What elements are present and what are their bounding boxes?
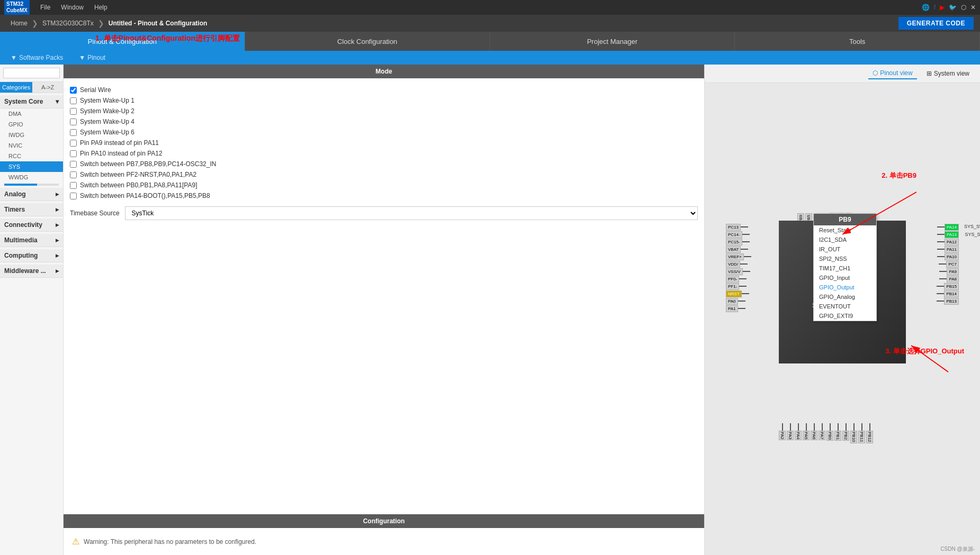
checkbox-wake-up-4-input[interactable] bbox=[70, 119, 77, 125]
search-input[interactable] bbox=[3, 68, 60, 78]
breadcrumb-chip[interactable]: STM32G030C8Tx bbox=[38, 20, 98, 27]
right-pin-pa14[interactable]: PA14 bbox=[937, 224, 959, 231]
pinout-view-button[interactable]: ⬡ Pinout view bbox=[868, 68, 916, 79]
sidebar-item-rcc[interactable]: RCC bbox=[0, 151, 63, 161]
checkbox-wake-up-6-input[interactable] bbox=[70, 129, 77, 136]
checkbox-serial-wire-input[interactable] bbox=[70, 87, 77, 94]
context-menu-gpio-exti9[interactable]: GPIO_EXTI9 bbox=[814, 311, 876, 321]
context-menu-spi2-nss[interactable]: SPI2_NSS bbox=[814, 254, 876, 263]
bot-pin-pa6-line bbox=[814, 423, 815, 431]
checkbox-wake-up-1-input[interactable] bbox=[70, 97, 77, 104]
sidebar-item-gpio[interactable]: GPIO bbox=[0, 119, 63, 130]
left-pin-pc15[interactable]: PC15- bbox=[726, 239, 751, 245]
context-menu-tim17-ch1[interactable]: TIM17_CH1 bbox=[814, 263, 876, 273]
bot-pin-pb10[interactable]: PB10 bbox=[850, 423, 857, 443]
bot-pin-pb1[interactable]: PB1 bbox=[834, 423, 841, 443]
left-pin-pc15-label: PC15- bbox=[726, 239, 742, 245]
tab-tools[interactable]: Tools bbox=[735, 32, 980, 51]
timebase-select[interactable]: SysTick bbox=[125, 206, 698, 220]
sidebar-item-iwdg[interactable]: IWDG bbox=[0, 130, 63, 140]
bot-pin-pb12[interactable]: PB12 bbox=[866, 423, 873, 443]
checkbox-pa9-pa11-input[interactable] bbox=[70, 140, 77, 147]
breadcrumb-sep-1: ❯ bbox=[32, 19, 38, 28]
right-pin-pa10[interactable]: PA10 bbox=[937, 253, 959, 260]
left-pin-pc14[interactable]: PC14- bbox=[726, 231, 751, 238]
context-menu-gpio-input[interactable]: GPIO_Input bbox=[814, 273, 876, 283]
bot-pin-pb11[interactable]: PB11 bbox=[858, 423, 865, 443]
sidebar-progress-bar bbox=[4, 184, 59, 186]
right-pin-pb13[interactable]: PB13 bbox=[937, 298, 959, 305]
left-pin-vbat[interactable]: VBAT bbox=[726, 246, 751, 253]
bot-pin-pa5[interactable]: PA5 bbox=[803, 423, 810, 443]
filter-az[interactable]: A->Z bbox=[32, 82, 63, 93]
sidebar-item-sys[interactable]: SYS bbox=[0, 161, 63, 172]
sidebar-group-multimedia-header[interactable]: Multimedia ▸ bbox=[0, 234, 63, 247]
left-pin-pf0[interactable]: PF0- bbox=[726, 276, 751, 283]
sidebar-group-connectivity-header[interactable]: Connectivity ▸ bbox=[0, 219, 63, 232]
right-pin-pa12[interactable]: PA12 bbox=[937, 239, 959, 245]
bot-pin-pa3[interactable]: PA3 bbox=[787, 423, 794, 443]
twitter-icon: 🐦 bbox=[949, 4, 957, 11]
right-pin-pb15[interactable]: PB15 bbox=[937, 283, 959, 290]
breadcrumb-project[interactable]: Untitled - Pinout & Configuration bbox=[104, 20, 212, 27]
right-pin-pa8[interactable]: PA8 bbox=[937, 276, 959, 283]
tab-project[interactable]: Project Manager bbox=[490, 32, 735, 51]
bot-pin-pb0[interactable]: PB0 bbox=[826, 423, 833, 443]
menu-file[interactable]: File bbox=[40, 4, 50, 11]
sidebar-group-timers-header[interactable]: Timers ▸ bbox=[0, 203, 63, 216]
context-menu-eventout[interactable]: EVENTOUT bbox=[814, 302, 876, 311]
checkbox-pa10-pa12-input[interactable] bbox=[70, 150, 77, 157]
left-pin-vdd[interactable]: VDD/ bbox=[726, 261, 751, 268]
checkbox-pb7-switch-input[interactable] bbox=[70, 161, 77, 168]
checkbox-wake-up-6: System Wake-Up 6 bbox=[70, 127, 698, 138]
generate-code-button[interactable]: GENERATE CODE bbox=[898, 17, 974, 30]
menu-help[interactable]: Help bbox=[94, 4, 107, 11]
sidebar-item-nvic[interactable]: NVIC bbox=[0, 140, 63, 151]
right-pin-pa13[interactable]: PA13 bbox=[937, 231, 959, 238]
bot-pin-pa6[interactable]: PA6 bbox=[811, 423, 817, 443]
chevron-multimedia-icon: ▸ bbox=[56, 236, 59, 244]
sidebar-item-wwdg[interactable]: WWDG bbox=[0, 172, 63, 183]
context-menu-reset-state[interactable]: Reset_State bbox=[814, 225, 876, 235]
checkbox-wake-up-1-label: System Wake-Up 1 bbox=[80, 97, 134, 104]
left-pin-pa0[interactable]: PA0 bbox=[726, 298, 751, 305]
sub-tab-software[interactable]: ▼ Software Packs bbox=[11, 54, 63, 61]
context-menu-gpio-analog[interactable]: GPIO_Analog bbox=[814, 292, 876, 302]
right-pin-pc7[interactable]: PC7 bbox=[937, 261, 959, 268]
filter-categories[interactable]: Categories bbox=[0, 82, 32, 93]
tab-clock[interactable]: Clock Configuration bbox=[245, 32, 490, 51]
context-menu-ir-out[interactable]: IR_OUT bbox=[814, 244, 876, 254]
left-pin-nrst[interactable]: NRST bbox=[726, 290, 751, 297]
right-pin-pa9[interactable]: PA9 bbox=[937, 268, 959, 275]
sidebar-group-system-core-header[interactable]: System Core ▾ bbox=[0, 95, 63, 108]
sidebar-item-dma[interactable]: DMA bbox=[0, 108, 63, 119]
checkbox-wake-up-2-input[interactable] bbox=[70, 108, 77, 115]
checkbox-pb0-switch-input[interactable] bbox=[70, 182, 77, 189]
breadcrumb-home[interactable]: Home bbox=[6, 20, 32, 27]
context-menu-gpio-output[interactable]: GPIO_Output bbox=[814, 283, 876, 292]
left-pin-pc13[interactable]: PC13 bbox=[726, 224, 751, 231]
bot-pin-pa7[interactable]: PA7 bbox=[819, 423, 825, 443]
sub-tab-software-label: Software Packs bbox=[19, 54, 63, 61]
bot-pin-pa2[interactable]: PA2 bbox=[779, 423, 786, 443]
checkbox-pf2-switch-input[interactable] bbox=[70, 171, 77, 178]
sidebar-group-analog-header[interactable]: Analog ▸ bbox=[0, 188, 63, 201]
sidebar-group-middleware-header[interactable]: Middleware ... ▸ bbox=[0, 265, 63, 278]
left-pin-vss[interactable]: VSS/V bbox=[726, 268, 751, 275]
tab-pinout[interactable]: Pinout & Configuration bbox=[0, 32, 245, 51]
sidebar-group-computing-header[interactable]: Computing ▸ bbox=[0, 249, 63, 262]
bot-pin-pa4[interactable]: PA4 bbox=[795, 423, 802, 443]
close-icon[interactable]: ✕ bbox=[970, 4, 976, 11]
right-pin-pa11[interactable]: PA11 bbox=[937, 246, 959, 253]
context-menu-i2c1-sda[interactable]: I2C1_SDA bbox=[814, 235, 876, 244]
right-pin-pb14[interactable]: PB14 bbox=[937, 290, 959, 297]
menu-window[interactable]: Window bbox=[61, 4, 84, 11]
left-pin-pf1[interactable]: PF1- bbox=[726, 283, 751, 290]
sub-tab-pinout[interactable]: ▼ Pinout bbox=[79, 54, 105, 61]
bot-pin-pb2[interactable]: PB2 bbox=[842, 423, 849, 443]
checkbox-pa14-switch-input[interactable] bbox=[70, 193, 77, 199]
left-pin-vref[interactable]: VREF+ bbox=[726, 253, 751, 260]
right-pin-pa14-line bbox=[937, 226, 945, 228]
left-pin-pa1[interactable]: PA1 bbox=[726, 305, 751, 312]
system-view-button[interactable]: ⊞ System view bbox=[922, 68, 974, 79]
